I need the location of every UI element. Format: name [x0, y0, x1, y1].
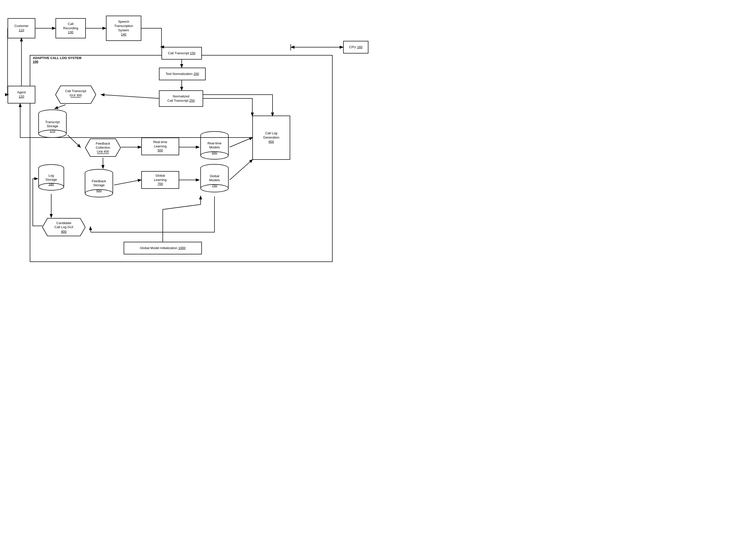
svg-text:750: 750 — [212, 183, 217, 187]
svg-text:Collection: Collection — [96, 146, 110, 149]
system-title-num: 100 — [33, 60, 38, 64]
call-recording-box: CallRecording 130 — [56, 18, 86, 38]
call-transcript-gui-shape: Call Transcript GUI 300 — [51, 85, 101, 105]
log-storage-shape: Log Storage 180 — [37, 164, 65, 194]
svg-text:Transcript: Transcript — [45, 120, 60, 124]
feedback-collection-shape: Feedback Collection Unit 400 — [80, 138, 126, 158]
candidate-call-log-gui-shape: Candidate Call Log GUI 800 — [37, 217, 90, 237]
svg-text:Call Log GUI: Call Log GUI — [55, 225, 73, 229]
svg-text:Models: Models — [209, 178, 220, 182]
svg-text:Storage: Storage — [93, 183, 105, 187]
svg-text:Candidate: Candidate — [56, 221, 71, 225]
cpu-box: CPU 160 — [343, 41, 368, 54]
customer-label: Customer — [14, 24, 29, 28]
svg-text:450: 450 — [96, 188, 102, 192]
global-learning-box: GlobalLearning 700 — [141, 171, 179, 189]
normalized-call-transcript-label: NormalizedCall Transcript 250 — [167, 94, 194, 103]
realtime-learning-label: Real-timeLearning — [153, 140, 167, 149]
call-recording-label: CallRecording — [63, 22, 78, 31]
customer-box: Customer 110 — [7, 18, 35, 38]
svg-text:Feedback: Feedback — [92, 179, 106, 183]
realtime-learning-num: 500 — [157, 148, 163, 153]
svg-text:550: 550 — [212, 151, 217, 154]
feedback-storage-shape: Feedback Storage 450 — [84, 169, 114, 201]
normalized-call-transcript-box: NormalizedCall Transcript 250 — [159, 90, 203, 107]
call-log-generation-label: Call LogGeneration — [263, 131, 279, 140]
svg-text:Models: Models — [209, 145, 220, 149]
system-label: ADAPTIVE CALL LOG SYSTEM 100 — [33, 56, 82, 64]
global-learning-num: 700 — [157, 182, 163, 186]
call-log-generation-box: Call LogGeneration 600 — [252, 116, 290, 160]
agent-label: Agent — [17, 90, 26, 95]
customer-num: 110 — [19, 28, 24, 33]
svg-text:180: 180 — [49, 182, 54, 186]
svg-text:Real-time: Real-time — [207, 141, 221, 145]
agent-num: 120 — [19, 95, 24, 99]
global-model-init-box: Global Model Initialization 1000 — [124, 242, 202, 255]
svg-text:GUI 300: GUI 300 — [70, 93, 82, 97]
speech-transcription-box: SpeechTranscriptionSystem 140 — [106, 16, 141, 41]
global-model-init-label: Global Model Initialization 1000 — [140, 246, 186, 251]
agent-box: Agent 120 — [7, 86, 35, 104]
svg-text:Feedback: Feedback — [96, 142, 110, 145]
global-learning-label: GlobalLearning — [154, 174, 167, 182]
svg-text:Storage: Storage — [47, 124, 58, 128]
global-models-shape: Global Models 750 — [199, 164, 230, 196]
realtime-models-shape: Real-time Models 550 — [199, 131, 230, 164]
svg-text:Unit 400: Unit 400 — [97, 150, 109, 153]
call-transcript-150-label: Call Transcript 150 — [168, 51, 195, 56]
svg-text:170: 170 — [50, 129, 55, 133]
system-title-text: ADAPTIVE CALL LOG SYSTEM — [33, 56, 82, 60]
call-recording-num: 130 — [68, 30, 73, 35]
svg-text:Storage: Storage — [46, 178, 57, 181]
cpu-label: CPU 160 — [349, 45, 363, 50]
svg-text:Call Transcript: Call Transcript — [65, 89, 86, 93]
call-transcript-150-box: Call Transcript 150 — [161, 47, 202, 60]
speech-transcription-num: 140 — [121, 33, 126, 37]
speech-transcription-label: SpeechTranscriptionSystem — [114, 20, 133, 33]
diagram: ADAPTIVE CALL LOG SYSTEM 100 Customer 11… — [0, 0, 378, 278]
transcript-storage-shape: Transcript Storage 170 — [37, 109, 68, 141]
svg-text:Log: Log — [49, 174, 54, 177]
call-log-generation-num: 600 — [269, 140, 274, 144]
text-normalization-box: Text Normalization 200 — [159, 68, 206, 80]
svg-text:Global: Global — [210, 174, 219, 178]
text-normalization-label: Text Normalization 200 — [165, 72, 199, 76]
svg-text:800: 800 — [61, 230, 67, 233]
realtime-learning-box: Real-timeLearning 500 — [141, 138, 179, 155]
